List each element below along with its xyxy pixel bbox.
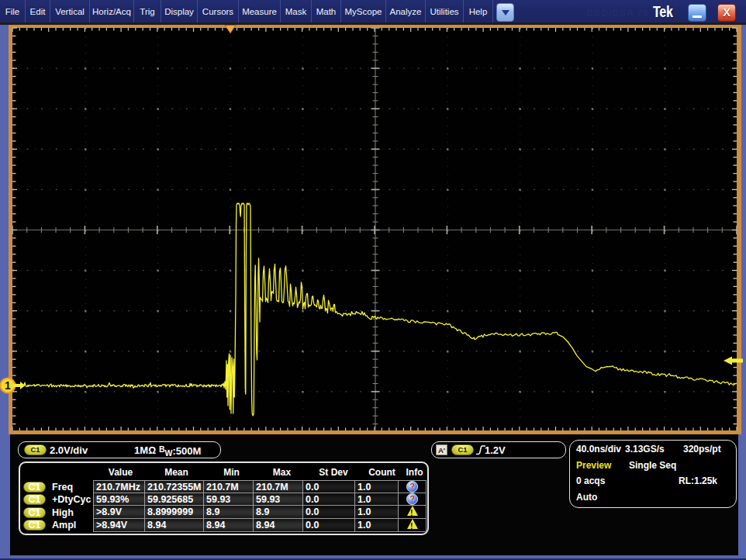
- svg-text:1: 1: [5, 379, 11, 392]
